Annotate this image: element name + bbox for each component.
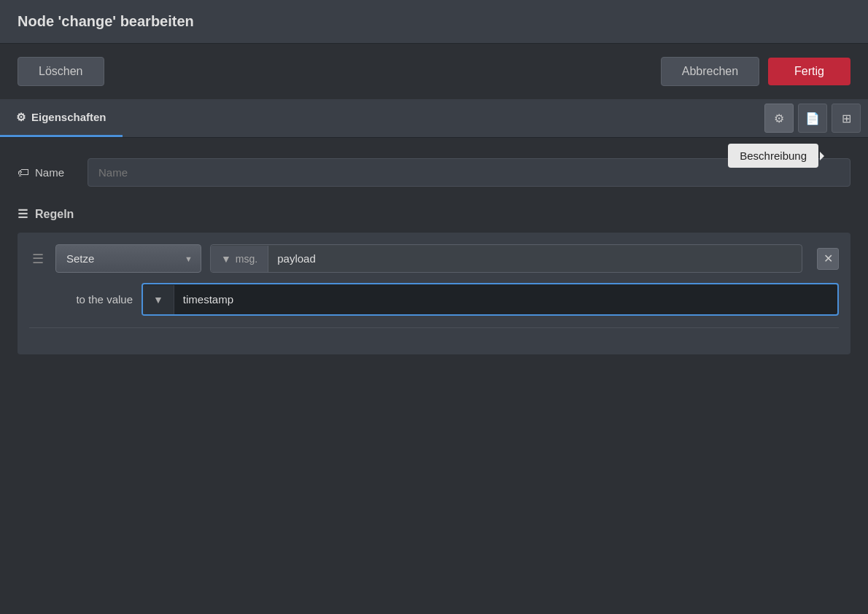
settings-icon-button[interactable]: ⚙ [764, 104, 794, 133]
tab-properties[interactable]: ⚙ Eigenschaften [0, 99, 123, 137]
chevron-down-icon: ▼ [221, 253, 231, 265]
action-select-wrapper: Setze Ändere Lösche Verschiebe [55, 244, 201, 273]
title-bar: Node 'change' bearbeiten [0, 0, 868, 44]
rules-label: ☰ Regeln [18, 207, 850, 221]
rules-section: ☰ Regeln ☰ Setze Ändere Lösche Ver [18, 207, 850, 354]
name-label: 🏷 Name [18, 166, 76, 179]
rule-row-bottom: to the value ▼ [29, 283, 839, 316]
close-icon: ✕ [824, 252, 833, 265]
action-select[interactable]: Setze Ändere Lösche Verschiebe [55, 244, 201, 273]
tab-icon-group: ⚙ 📄 ⊞ [763, 99, 868, 137]
tab-properties-label: Eigenschaften [31, 111, 106, 123]
rule-container: ☰ Setze Ändere Lösche Verschiebe ▼ [18, 233, 850, 354]
description-icon-button[interactable]: 📄 [798, 104, 827, 133]
chevron-down-icon: ▼ [153, 294, 163, 306]
content-area: 🏷 Name ☰ Regeln ☰ [0, 138, 868, 614]
description-icon: 📄 [805, 112, 820, 125]
tab-section: ⚙ Eigenschaften ⚙ 📄 ⊞ Beschreibung [0, 99, 868, 614]
drag-handle-icon[interactable]: ☰ [29, 248, 47, 270]
panel: Node 'change' bearbeiten Löschen Abbrech… [0, 0, 868, 614]
button-row: Löschen Abbrechen Fertig [0, 44, 868, 99]
settings-icon: ⚙ [774, 112, 784, 125]
target-type-button[interactable]: ▼ msg. [211, 246, 268, 272]
target-field: ▼ msg. [210, 244, 802, 273]
rule-divider [29, 327, 839, 328]
properties-tab-icon: ⚙ [16, 111, 26, 124]
name-field-row: 🏷 Name [18, 158, 850, 187]
to-the-value-label: to the value [53, 293, 133, 306]
export-icon: ⊞ [842, 112, 851, 125]
tab-bar: ⚙ Eigenschaften ⚙ 📄 ⊞ [0, 99, 868, 138]
value-input-container: ▼ [142, 283, 839, 316]
target-type-label: msg. [236, 253, 257, 265]
cancel-button[interactable]: Abbrechen [661, 57, 759, 86]
export-icon-button[interactable]: ⊞ [832, 104, 861, 133]
tag-icon: 🏷 [18, 166, 29, 179]
target-value-input[interactable] [268, 245, 802, 272]
page-title: Node 'change' bearbeiten [18, 13, 850, 30]
rule-row-top: ☰ Setze Ändere Lösche Verschiebe ▼ [29, 244, 839, 273]
value-type-button[interactable]: ▼ [143, 285, 174, 314]
beschreibung-tooltip: Beschreibung [728, 144, 818, 168]
rules-label-text: Regeln [35, 208, 74, 221]
rules-icon: ☰ [18, 207, 28, 221]
value-input[interactable] [174, 284, 837, 314]
delete-button[interactable]: Löschen [18, 57, 104, 86]
done-button[interactable]: Fertig [768, 58, 850, 85]
name-label-text: Name [35, 166, 64, 179]
delete-rule-button[interactable]: ✕ [817, 248, 839, 270]
